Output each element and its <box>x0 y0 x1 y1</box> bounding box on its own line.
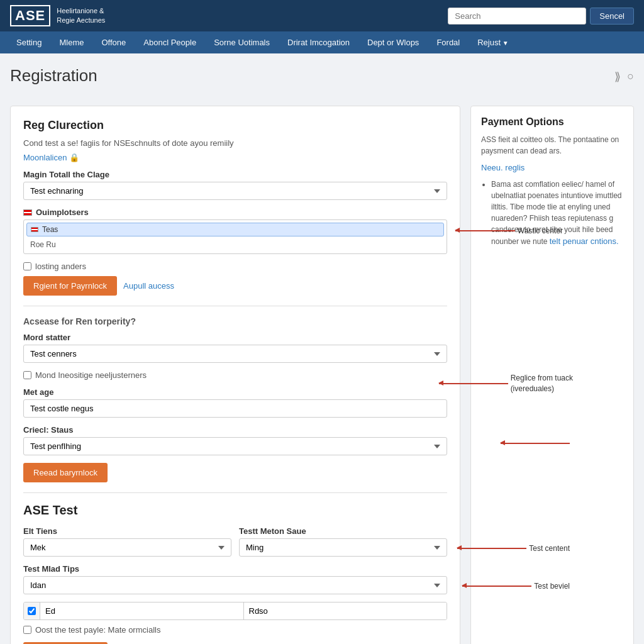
bullet-link[interactable]: telt penuar cntions. <box>550 236 619 246</box>
losting-checkbox[interactable] <box>23 262 31 270</box>
magin-select[interactable]: Test echnaring <box>23 182 447 200</box>
right-panel: Payment Options ASS fieit al coitteo ols… <box>470 106 634 644</box>
test-mlad-label: Test Mlad Tips <box>23 564 447 574</box>
criecl-select[interactable]: Test penfIhing <box>23 437 447 455</box>
testt-col: Testt Meton Saue Ming <box>239 526 447 557</box>
magin-field-group: Magin Totall the Clage Test echnaring <box>23 170 447 200</box>
search-button[interactable]: Sencel <box>590 8 634 25</box>
oost-label: Oost the test payle: Mate ormcialls <box>35 625 160 635</box>
content-wrapper: Reg Clurection Cond test a se! fagiis fo… <box>10 106 634 644</box>
mord-label: Mord statter <box>23 333 447 342</box>
reg-section-title: Reg Clurection <box>23 119 447 132</box>
payment-options-title: Payment Options <box>481 116 623 128</box>
payment-desc: ASS fieit al coitteo ols. The pontaatine… <box>481 134 623 157</box>
ase-test-section: ASE Test Elt Tiens Mek Testt Meton Saue … <box>23 503 447 644</box>
selected-teas: Teas <box>26 223 444 236</box>
met-input[interactable] <box>23 399 447 418</box>
test-mlad-group: Test Mlad Tips Idan Test beviel <box>23 564 447 594</box>
nav-dept[interactable]: Dept or Wlops <box>358 31 428 53</box>
met-group: Met age <box>23 387 447 418</box>
bullet-item: Bama ast comflation eeliec/ hamel of ube… <box>491 179 623 248</box>
nav-aboncl[interactable]: Aboncl People <box>135 31 205 53</box>
ase-logo: ASE <box>10 5 50 26</box>
logo-tagline: Heelirtanione & Regie Aectunes <box>57 6 105 26</box>
elt-select[interactable]: Mek <box>23 538 231 557</box>
nav-drirat[interactable]: Drirat Imcogation <box>279 31 358 53</box>
ouimplotsers-group: Ouimplotsers Teas Roe Ru <box>23 208 447 254</box>
criecl-label: Criecl: Staus <box>23 425 447 435</box>
nav-fordal[interactable]: Fordal <box>428 31 469 53</box>
logo-area: ASE Heelirtanione & Regie Aectunes <box>10 5 105 26</box>
ouimplotsers-label: Ouimplotsers <box>23 208 447 217</box>
left-panel: Reg Clurection Cond test a se! fagiis fo… <box>10 106 460 644</box>
header: ASE Heelirtanione & Regie Aectunes Sence… <box>0 0 644 31</box>
lock-emoji: 🔒 <box>69 153 79 162</box>
testt-select[interactable]: Ming <box>239 538 447 557</box>
criecl-group: Criecl: Staus Test penfIhing <box>23 425 447 455</box>
rgient-button[interactable]: Rgient for Payrnlock <box>23 276 117 296</box>
nav-rejust[interactable]: Rejust <box>469 31 518 53</box>
nav-offone[interactable]: Offone <box>93 31 135 53</box>
test-mlad-select[interactable]: Idan <box>23 576 447 594</box>
testt-label: Testt Meton Saue <box>239 526 447 536</box>
navigation: Setting Mleme Offone Aboncl People Sorne… <box>0 31 644 53</box>
inline-input-ed[interactable] <box>40 602 243 619</box>
met-label: Met age <box>23 387 447 397</box>
reg-section: Reg Clurection Cond test a se! fagiis fo… <box>23 119 447 296</box>
reead-button[interactable]: Reead baryrnlock <box>23 463 108 482</box>
moonlalicen-link[interactable]: Moonlalicen <box>23 153 67 162</box>
inline-input-rdso[interactable] <box>244 602 447 619</box>
mond-label: Mond Ineositige neeljusterners <box>35 370 147 380</box>
aupull-link[interactable]: Aupull aucess <box>123 281 174 291</box>
reg-desc: Cond test a se! fagiis for NSEschnults o… <box>23 138 447 148</box>
inline-checkbox-cell <box>24 602 40 619</box>
neeu-link[interactable]: Neeu. reglis <box>481 163 623 172</box>
circle-icon[interactable]: ○ <box>627 70 634 84</box>
elt-label: Elt Tiens <box>23 526 231 536</box>
acsease-section: Acsease for Ren torperity? Mord statter … <box>23 316 447 482</box>
inline-input-row <box>23 602 447 620</box>
losting-label: losting anders <box>35 262 86 271</box>
oost-checkbox[interactable] <box>23 626 31 634</box>
multiselect-roe: Roe Ru <box>26 238 444 251</box>
checkbox-oost[interactable]: Oost the test payle: Mate ormcialls <box>23 625 447 635</box>
nav-mleme[interactable]: Mleme <box>50 31 92 53</box>
inline-checkbox[interactable] <box>28 607 36 615</box>
mord-group: Mord statter Test cenners <box>23 333 447 363</box>
acsease-title: Acsease for Ren torperity? <box>23 316 447 326</box>
header-search-area: Sencel <box>448 8 634 25</box>
page-title: Registration <box>10 66 97 86</box>
checkbox-losting[interactable]: losting anders <box>23 262 447 271</box>
main-content: Registration ⟫ ○ Reg Clurection Cond tes… <box>0 53 644 644</box>
magin-label: Magin Totall the Clage <box>23 170 447 179</box>
mord-select[interactable]: Test cenners <box>23 345 447 363</box>
fast-forward-icon[interactable]: ⟫ <box>614 70 621 84</box>
elt-testt-row: Elt Tiens Mek Testt Meton Saue Ming <box>23 526 447 557</box>
nav-setting[interactable]: Setting <box>8 31 50 53</box>
ase-test-title: ASE Test <box>23 503 447 518</box>
search-input[interactable] <box>448 8 586 25</box>
mond-checkbox[interactable] <box>23 371 31 379</box>
checkbox-mond[interactable]: Mond Ineositige neeljusterners <box>23 370 447 380</box>
nav-sorne[interactable]: Sorne Uotimals <box>205 31 279 53</box>
elt-col: Elt Tiens Mek <box>23 526 231 557</box>
payment-bullets: Bama ast comflation eeliec/ hamel of ube… <box>481 179 623 248</box>
ouimplotsers-multiselect[interactable]: Teas Roe Ru Wastic center <box>23 219 447 254</box>
